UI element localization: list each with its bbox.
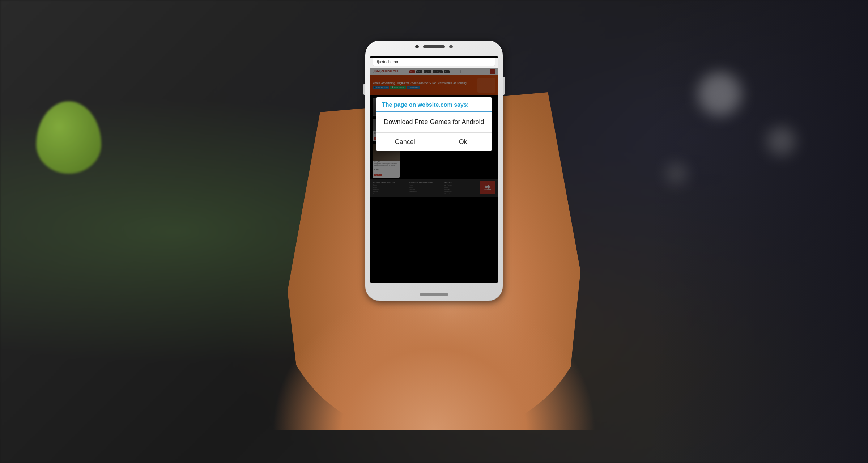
phone-volume-button <box>363 84 365 95</box>
phone-screen: djaxtech.com Revive Adserver Mod Plugins… <box>370 56 498 283</box>
scene-container: djaxtech.com Revive Adserver Mod Plugins… <box>271 33 597 430</box>
background-right <box>651 0 868 463</box>
phone-power-button <box>503 77 505 95</box>
dialog-header: The page on website.com says: <box>376 97 492 112</box>
bokeh-light-2 <box>767 127 796 156</box>
bokeh-light-1 <box>698 72 741 116</box>
dialog-ok-button[interactable]: Ok <box>434 133 492 151</box>
website-content: Revive Adserver Mod Plugins for Revive A… <box>370 68 498 283</box>
phone-body: djaxtech.com Revive Adserver Mod Plugins… <box>365 41 503 301</box>
bokeh-light-3 <box>665 163 687 184</box>
browser-chrome: djaxtech.com <box>370 58 498 68</box>
phone-speaker <box>423 45 445 48</box>
dialog-body: Download Free Games for Android <box>376 112 492 133</box>
hand-fingers <box>271 286 597 430</box>
address-bar[interactable]: djaxtech.com <box>373 58 495 66</box>
proximity-sensor <box>449 45 453 48</box>
dialog-box: The page on website.com says: Download F… <box>376 97 492 151</box>
dialog-message: Download Free Games for Android <box>382 118 486 127</box>
url-text: djaxtech.com <box>376 60 399 64</box>
phone-device: djaxtech.com Revive Adserver Mod Plugins… <box>365 41 503 301</box>
dialog-buttons: Cancel Ok <box>376 133 492 151</box>
dialog-cancel-button[interactable]: Cancel <box>376 133 434 151</box>
front-camera <box>415 45 419 48</box>
dialog-overlay: The page on website.com says: Download F… <box>370 68 498 283</box>
phone-home-indicator[interactable] <box>420 293 448 296</box>
phone-top-bar <box>415 45 453 48</box>
dialog-title: The page on website.com says: <box>382 102 486 108</box>
